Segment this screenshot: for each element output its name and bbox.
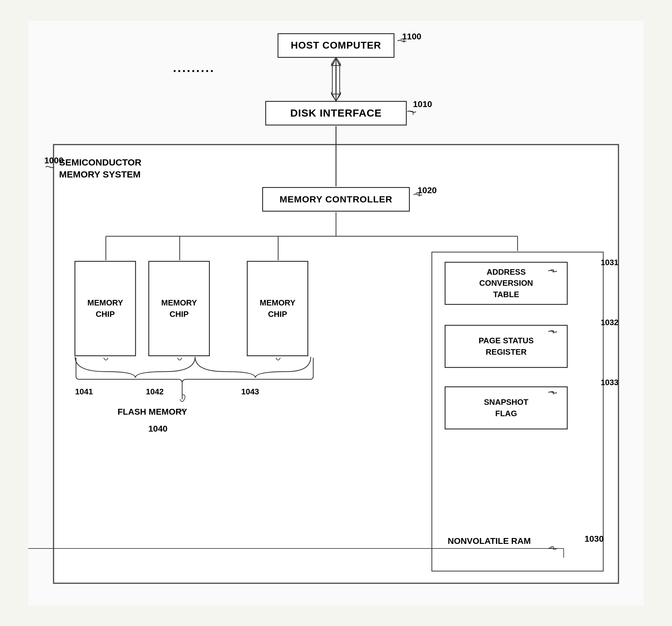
ref-1030: 1030 (584, 534, 604, 544)
page-status-register-box: PAGE STATUSREGISTER (445, 325, 568, 368)
ref-1040: 1040 (148, 424, 167, 434)
memory-controller-box: MEMORY CONTROLLER (262, 187, 410, 212)
ref-1031: 1031 (601, 258, 619, 267)
svg-marker-3 (331, 57, 341, 66)
nonvolatile-ram-label: NONVOLATILE RAM (448, 536, 531, 546)
address-conversion-table-box: ADDRESSCONVERSIONTABLE (445, 262, 568, 305)
svg-marker-1 (331, 57, 341, 64)
memory-chip-2-box: MEMORYCHIP (148, 261, 210, 356)
disk-interface-box: DISK INTERFACE (265, 101, 407, 125)
flash-memory-label: FLASH MEMORY (118, 407, 187, 417)
ref-1042: 1042 (146, 387, 164, 396)
ref-1010: 1010 (413, 99, 432, 109)
svg-marker-4 (331, 93, 341, 101)
svg-marker-6 (332, 94, 340, 101)
svg-marker-2 (331, 95, 341, 101)
dots-separator: ......... (173, 61, 215, 75)
ref-1020: 1020 (417, 186, 437, 195)
ref-1032: 1032 (601, 318, 619, 327)
snapshot-flag-box: SNAPSHOTFLAG (445, 386, 568, 429)
semiconductor-memory-system-label: SEMICONDUCTORMEMORY SYSTEM (59, 156, 142, 180)
ref-1033: 1033 (601, 378, 619, 387)
host-computer-box: HOST COMPUTER (278, 33, 394, 58)
ref-1043: 1043 (241, 387, 259, 396)
memory-chip-3-box: MEMORYCHIP (247, 261, 308, 356)
ref-1041: 1041 (75, 387, 93, 396)
memory-chip-1-box: MEMORYCHIP (74, 261, 136, 356)
ref-1100: 1100 (402, 32, 421, 42)
svg-marker-5 (332, 58, 340, 66)
nonvolatile-ram-group-box: ADDRESSCONVERSIONTABLE PAGE STATUSREGIST… (431, 251, 604, 572)
